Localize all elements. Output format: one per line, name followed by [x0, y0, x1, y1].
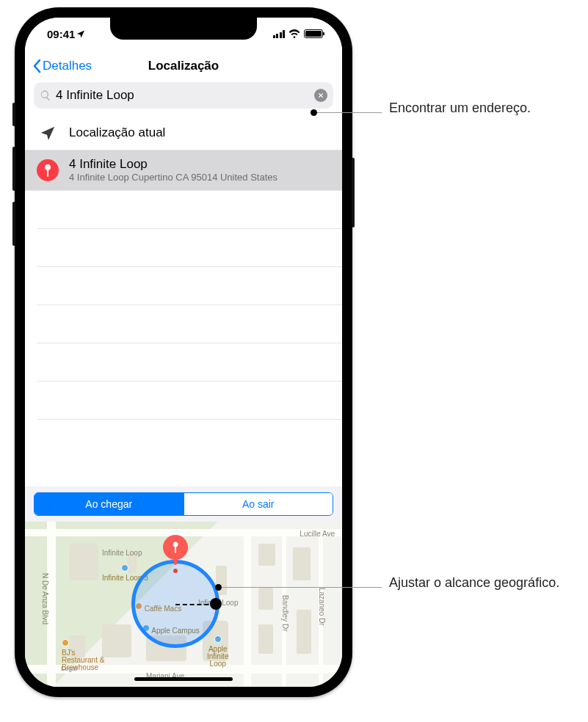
back-button-label: Detalhes — [43, 59, 92, 73]
home-indicator[interactable] — [134, 677, 233, 681]
current-location-label: Localização atual — [69, 125, 330, 140]
map-street-label: Lucille Ave — [300, 530, 335, 538]
volume-up-button — [12, 147, 15, 191]
mute-switch — [12, 103, 15, 126]
wifi-icon — [288, 29, 300, 38]
empty-list-area — [25, 191, 342, 486]
result-title: 4 Infinite Loop — [69, 156, 330, 172]
search-value: 4 Infinite Loop — [56, 88, 310, 103]
results-list: Localização atual 4 Infinite Loop 4 Infi… — [25, 116, 342, 191]
callout-leader-line — [314, 112, 382, 113]
search-input[interactable]: 4 Infinite Loop — [34, 82, 333, 109]
pin-icon — [37, 159, 59, 181]
svg-rect-3 — [175, 546, 176, 553]
map-street-label: Bandley Dr — [281, 595, 289, 631]
side-power-button — [352, 158, 355, 227]
map-street-label: Infinite Loop — [102, 549, 142, 557]
location-arrow-icon — [37, 122, 59, 144]
map-legal-label: Legal — [61, 665, 77, 672]
volume-down-button — [12, 202, 15, 246]
callout-leader-line — [219, 587, 382, 588]
chevron-left-icon — [32, 59, 41, 73]
result-subtitle: 4 Infinite Loop Cupertino CA 95014 Unite… — [69, 172, 330, 184]
search-icon — [40, 90, 51, 101]
current-location-row[interactable]: Localização atual — [25, 116, 342, 150]
callout-search: Encontrar um endereço. — [389, 99, 565, 117]
page-title: Localização — [148, 59, 219, 73]
map-view[interactable]: N De Anza Blvd Infinite Loop Infinite Lo… — [25, 522, 342, 687]
phone-frame: 09:41 Detalhes Localização 4 Infinite Lo… — [15, 7, 352, 697]
map-street-label: N De Anza Blvd — [41, 573, 49, 624]
search-container: 4 Infinite Loop — [25, 82, 342, 116]
geofence-segmented-control[interactable]: Ao chegar Ao sair — [34, 492, 333, 516]
notch — [110, 18, 257, 40]
callout-geofence: Ajustar o alcance geográfico. — [389, 574, 565, 591]
segment-leave[interactable]: Ao sair — [184, 493, 333, 515]
navigation-bar: Detalhes Localização — [25, 50, 342, 82]
cellular-signal-icon — [273, 30, 286, 38]
segment-arrive[interactable]: Ao chegar — [35, 493, 184, 515]
map-poi: Apple Infinite Loop — [207, 635, 228, 668]
svg-rect-1 — [47, 169, 48, 177]
geofence-radius-circle[interactable] — [131, 560, 219, 648]
battery-icon — [304, 29, 323, 38]
close-icon — [318, 92, 324, 98]
map-street-label: Lazaneo Dr — [318, 588, 326, 626]
map-pin-icon — [163, 535, 188, 566]
back-button[interactable]: Detalhes — [32, 59, 92, 73]
geofence-drag-handle[interactable] — [210, 598, 222, 610]
location-arrow-icon — [76, 29, 85, 38]
search-result-row[interactable]: 4 Infinite Loop 4 Infinite Loop Cupertin… — [25, 150, 342, 191]
clear-search-button[interactable] — [314, 89, 327, 102]
status-time: 09:41 — [47, 28, 75, 40]
